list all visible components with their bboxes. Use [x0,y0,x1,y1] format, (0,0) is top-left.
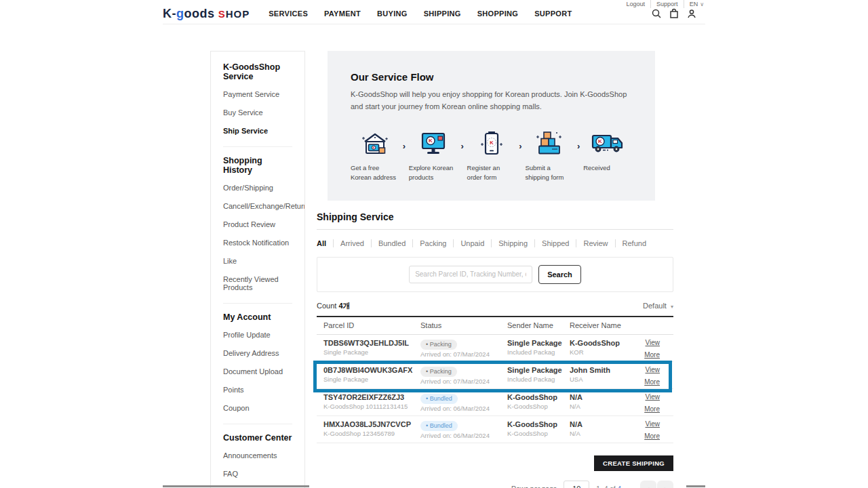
sender-sub: Included Packag [507,375,563,384]
sidebar-item-like[interactable]: Like [223,251,292,270]
view-more-link[interactable]: View More [644,393,660,413]
view-more-link[interactable]: View More [644,339,660,359]
logout-link[interactable]: Logout [621,0,652,8]
sidebar: K-GoodsShop Service Payment Service Buy … [210,51,305,488]
logo-oods: oods [184,7,215,20]
col-status: Status [414,321,500,329]
table-row[interactable]: TDBS6WT3QJEHLDJ5ILSingle Package Packing… [317,335,673,362]
receiver-name: K-GoodsShop [570,338,627,348]
nav-shipping[interactable]: SHIPPING [424,9,461,18]
tab-unpaid[interactable]: Unpaid [454,239,492,247]
arrived-date: Arrived on: 06/Mar/2024 [420,431,500,441]
rows-per-page-input[interactable] [564,481,589,488]
search-button[interactable]: Search [538,265,581,284]
delivery-truck-icon: K [583,129,632,159]
search-input[interactable] [409,266,532,283]
view-more-link[interactable]: View More [644,420,660,440]
sender-sub: Included Packag [507,348,563,357]
tab-bundled[interactable]: Bundled [372,239,413,247]
prev-page-button[interactable]: ‹ [640,481,656,488]
page-title: Shipping Service [317,211,673,230]
account-icon[interactable] [686,8,697,19]
count-row: Count 4개 Default ▾ [317,301,673,311]
service-flow-banner: Our Service Flow K-GoodsShop will help y… [328,51,655,201]
sidebar-item-cancel-exchange-return[interactable]: Cancell/Exchange/Return [223,197,292,215]
sidebar-item-profile-update[interactable]: Profile Update [223,325,292,344]
sidebar-item-delivery-address[interactable]: Delivery Address [223,344,292,362]
flow-step-label: Received [583,163,632,173]
chevron-down-icon: ∨ [700,1,704,7]
sidebar-item-coupon[interactable]: Coupon [223,399,292,417]
next-page-button[interactable]: › [657,481,673,488]
language-selector[interactable]: EN∨ [684,0,705,8]
table-row[interactable]: HMXJAO38LJ5JN7CVCPK-GoodShop 123456789 B… [317,416,673,443]
sidebar-item-announcements[interactable]: Announcements [223,446,292,464]
sidebar-item-buy-service[interactable]: Buy Service [223,103,292,121]
sidebar-item-restock-notification[interactable]: Restock Notification [223,233,292,251]
sidebar-item-ship-service[interactable]: Ship Service [223,121,292,140]
sender-sub: K-GoodsShop [507,429,563,439]
header: Logout Support EN∨ K-goods SHOP SERVICES… [163,0,705,24]
page: Logout Support EN∨ K-goods SHOP SERVICES… [0,0,868,488]
support-link[interactable]: Support [651,0,684,8]
svg-text:K: K [598,139,602,145]
sidebar-item-recently-viewed[interactable]: Recently Viewed Products [223,270,292,296]
nav-support[interactable]: SUPPORT [534,9,572,18]
nav-buying[interactable]: BUYING [377,9,408,18]
view-more-link[interactable]: View More [644,366,660,386]
search-icon[interactable] [651,8,662,19]
tab-shipping[interactable]: Shipping [492,239,535,247]
receiver-name: John Smith [570,365,627,375]
tab-shipped[interactable]: Shipped [535,239,576,247]
receiver-sub: N/A [570,429,627,439]
logo-g: g [176,7,184,20]
flow-step-order-form: K Register an order form [467,129,516,183]
flow-step-label: Submit a shipping form [525,163,574,183]
order-form-tablet-icon: K [467,129,516,159]
sidebar-item-order-shipping[interactable]: Order/Shipping [223,178,292,197]
explore-products-monitor-icon: K [409,129,458,159]
receiver-sub: USA [570,375,627,384]
footer-edge-left [163,485,309,487]
receiver-name: N/A [570,392,627,402]
sender-name: Single Package [507,338,563,348]
status-badge: Packing [420,340,457,350]
create-shipping-button[interactable]: CREATE SHIPPING [594,455,673,471]
logo[interactable]: K-goods SHOP [163,7,250,21]
nav-shopping[interactable]: SHOPPING [477,9,518,18]
arrived-date: Arrived on: 07/Mar/2024 [420,350,500,359]
sender-sub: K-GoodsShop [507,402,563,411]
flow-step-label: Get a free Korean address [351,163,399,183]
sidebar-item-points[interactable]: Points [223,380,292,399]
tab-review[interactable]: Review [576,239,615,247]
sidebar-item-product-review[interactable]: Product Review [223,215,292,233]
col-receiver-name: Receiver Name [563,321,627,329]
cart-bag-icon[interactable] [669,8,679,19]
status-badge: Packing [420,367,457,377]
tab-refund[interactable]: Refund [616,239,653,247]
receiver-sub: N/A [570,402,627,411]
flow-step-label: Register an order form [467,163,516,183]
sidebar-item-document-upload[interactable]: Document Upload [223,362,292,380]
tab-all[interactable]: All [317,239,334,247]
tab-arrived[interactable]: Arrived [334,239,372,247]
logo-s: S [218,8,226,20]
col-parcel-id: Parcel ID [317,321,414,329]
table-row[interactable]: TSY47OR2EIXFZZ6ZJ3K-GoodsShop 1011121314… [317,389,673,416]
sidebar-item-faq[interactable]: FAQ [223,464,292,483]
tab-packing[interactable]: Packing [413,239,454,247]
receiver-name: N/A [570,420,627,429]
sidebar-heading-shopping-history: Shopping History [223,156,292,175]
main-content: Our Service Flow K-GoodsShop will help y… [317,51,673,488]
table-row-highlighted[interactable]: 0B7J8WBI4OWUK3GAFXSingle Package Packing… [317,362,673,389]
svg-text:K: K [429,138,433,144]
arrived-date: Arrived on: 06/Mar/2024 [420,404,500,413]
sidebar-item-payment-service[interactable]: Payment Service [223,85,292,103]
flow-step-received: K Received [583,129,632,173]
sort-label: Default [643,302,667,310]
sort-dropdown[interactable]: Default ▾ [643,302,673,310]
sidebar-heading-service: K-GoodsShop Service [223,62,292,81]
nav-services[interactable]: SERVICES [269,9,308,18]
search-panel: Search [317,257,673,292]
nav-payment[interactable]: PAYMENT [324,9,361,18]
